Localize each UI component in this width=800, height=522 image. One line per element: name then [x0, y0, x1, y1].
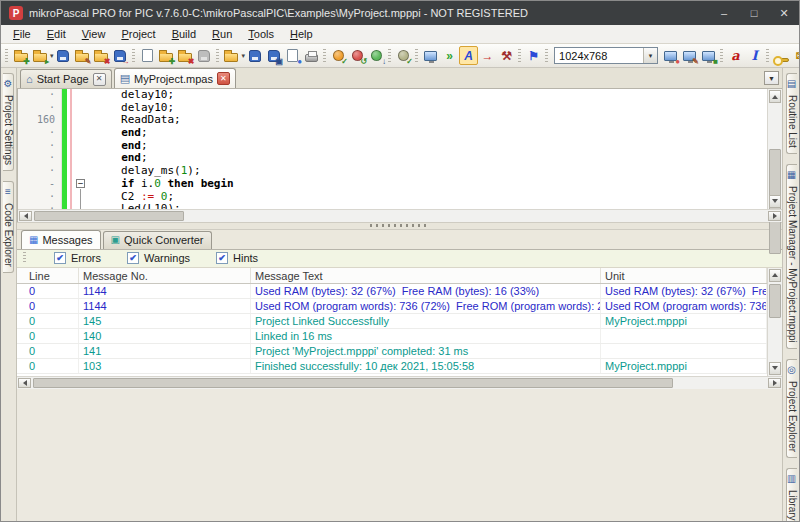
menu-view[interactable]: View — [74, 26, 114, 42]
save-file-icon[interactable] — [195, 46, 214, 65]
editor-horizontal-scrollbar[interactable] — [18, 209, 782, 222]
window-edit-icon[interactable]: ✎ — [680, 46, 699, 65]
scroll-left-button[interactable] — [18, 378, 31, 388]
table-row[interactable]: 01144Used ROM (program words): 736 (72%)… — [17, 299, 767, 314]
request-license-icon[interactable]: ✉ — [791, 46, 799, 65]
sidebar-item-project-settings[interactable]: ⚙Project Settings — [3, 73, 14, 171]
build-all-icon[interactable]: ↺ — [348, 46, 367, 65]
chevron-down-icon[interactable]: ▾ — [643, 48, 657, 63]
watch-window-icon[interactable]: » — [440, 46, 459, 65]
project-settings-icon: ⚙ — [4, 79, 13, 89]
find-icon[interactable]: ● — [283, 46, 302, 65]
column-header-line[interactable]: Line — [17, 268, 79, 283]
debugger-icon[interactable] — [421, 46, 440, 65]
edit-project-icon[interactable]: ✎ — [73, 46, 92, 65]
checkbox-warnings[interactable]: ✔ — [127, 252, 139, 264]
filter-warnings[interactable]: ✔Warnings — [127, 252, 190, 264]
sidebar-item-library-manager[interactable]: ▥Library Manager — [786, 468, 797, 521]
open-file-icon[interactable]: ✚ — [157, 46, 176, 65]
save-icon[interactable] — [245, 46, 264, 65]
build-program-icon[interactable]: ↓ — [367, 46, 386, 65]
export-code-icon[interactable]: → — [478, 46, 497, 65]
messages-table: Line Message No. Message Text Unit 01144… — [17, 268, 767, 376]
menu-build[interactable]: Build — [164, 26, 204, 42]
line-number: · — [18, 127, 58, 140]
program-icon[interactable]: ✓ — [394, 46, 413, 65]
menu-file[interactable]: File — [5, 26, 39, 42]
messages-vertical-scrollbar[interactable] — [767, 268, 782, 376]
close-button[interactable]: ✕ — [769, 1, 799, 25]
ascii-chart-icon[interactable]: a — [726, 46, 745, 65]
tab-quick-converter[interactable]: ▣Quick Converter — [103, 231, 212, 249]
table-row[interactable]: 0103Finished successfully: 10 дек 2021, … — [17, 359, 767, 374]
scroll-down-button[interactable] — [769, 362, 781, 375]
cell: Used ROM (program words): 736 (72%) Free… — [601, 299, 767, 313]
menu-run[interactable]: Run — [204, 26, 240, 42]
new-file-icon[interactable] — [138, 46, 157, 65]
menu-help[interactable]: Help — [282, 26, 321, 42]
scroll-right-button[interactable] — [768, 211, 781, 221]
vtab-label: Project Explorer — [787, 381, 797, 452]
column-header-message-no[interactable]: Message No. — [79, 268, 251, 283]
close-icon[interactable]: ✕ — [217, 72, 230, 85]
tab-list-button[interactable]: ▼ — [764, 71, 779, 85]
filter-hints[interactable]: ✔Hints — [216, 252, 258, 264]
column-header-message-text[interactable]: Message Text — [251, 268, 601, 283]
menu-edit[interactable]: Edit — [39, 26, 74, 42]
new-project-icon[interactable]: ✚ — [11, 46, 30, 65]
messages-horizontal-scrollbar[interactable] — [17, 376, 782, 389]
scrollbar-thumb[interactable] — [33, 378, 673, 388]
checkbox-hints[interactable]: ✔ — [216, 252, 228, 264]
column-header-unit[interactable]: Unit — [601, 268, 767, 283]
tab-start-page[interactable]: ⌂Start Page✕ — [20, 69, 112, 88]
options-icon[interactable]: ⚑ — [524, 46, 543, 65]
chevron-down-icon[interactable]: ▾ — [50, 52, 54, 60]
letter-a-icon[interactable]: A — [459, 46, 478, 65]
table-row[interactable]: 01144Used RAM (bytes): 32 (67%) Free RAM… — [17, 284, 767, 299]
scrollbar-thumb[interactable] — [34, 211, 184, 221]
window-list-icon[interactable]: ● — [661, 46, 680, 65]
menu-project[interactable]: Project — [113, 26, 163, 42]
open-project-icon[interactable]: ▸ — [30, 46, 49, 65]
compile-icon[interactable]: ✓ — [329, 46, 348, 65]
sidebar-item-routine-list[interactable]: ▤Routine List — [786, 73, 797, 154]
sidebar-item-project-manager-myproject-mpppi[interactable]: ▦Project Manager - MyProject.mpppi — [786, 164, 797, 349]
filter-errors[interactable]: ✔Errors — [54, 252, 101, 264]
checkbox-errors[interactable]: ✔ — [54, 252, 66, 264]
license-key-icon[interactable] — [772, 46, 791, 65]
code-editor[interactable]: · delay10;· delay10;160 ReadData;· end;·… — [18, 89, 767, 209]
save-project-icon[interactable] — [54, 46, 73, 65]
save-all-icon[interactable]: ▣ — [264, 46, 283, 65]
interrupt-assistant-icon[interactable]: I — [745, 46, 764, 65]
scrollbar-thumb[interactable] — [769, 284, 781, 318]
tab-messages[interactable]: ▦Messages — [21, 230, 101, 249]
sidebar-item-project-explorer[interactable]: ◎Project Explorer — [786, 359, 797, 458]
open-icon[interactable] — [222, 46, 241, 65]
sidebar-item-code-explorer[interactable]: ≡Code Explorer — [3, 181, 14, 273]
window-grid-icon[interactable]: ■ — [699, 46, 718, 65]
scroll-up-button[interactable] — [769, 269, 781, 282]
table-row[interactable]: 0141Project 'MyProject.mpppi' completed:… — [17, 344, 767, 359]
minimize-button[interactable]: – — [709, 1, 739, 25]
tab-myproject-mpas[interactable]: ▤MyProject.mpas✕ — [114, 68, 236, 88]
tools-icon[interactable]: ⚒ — [497, 46, 516, 65]
close-file-icon[interactable]: ✖ — [176, 46, 195, 65]
scroll-up-button[interactable] — [769, 90, 781, 103]
editor-vertical-scrollbar[interactable] — [767, 89, 782, 209]
print-icon[interactable] — [302, 46, 321, 65]
fold-marker[interactable]: − — [74, 178, 88, 191]
export-project-icon[interactable]: → — [111, 46, 130, 65]
resolution-combo[interactable]: 1024x768▾ — [554, 47, 658, 64]
menu-tools[interactable]: Tools — [240, 26, 282, 42]
panel-splitter[interactable] — [17, 222, 782, 230]
table-row[interactable]: 0145Project Linked SuccessfullyMyProject… — [17, 314, 767, 329]
close-icon[interactable]: ✕ — [93, 73, 106, 86]
scroll-left-button[interactable] — [19, 211, 32, 221]
maximize-button[interactable]: □ — [739, 1, 769, 25]
fold-collapse-icon[interactable]: − — [76, 179, 85, 188]
scroll-right-button[interactable] — [768, 378, 781, 388]
close-project-icon[interactable]: ✖ — [92, 46, 111, 65]
scroll-down-button[interactable] — [769, 195, 781, 208]
table-row[interactable]: 0140Linked in 16 ms — [17, 329, 767, 344]
vtab-label: Project Settings — [3, 95, 13, 165]
